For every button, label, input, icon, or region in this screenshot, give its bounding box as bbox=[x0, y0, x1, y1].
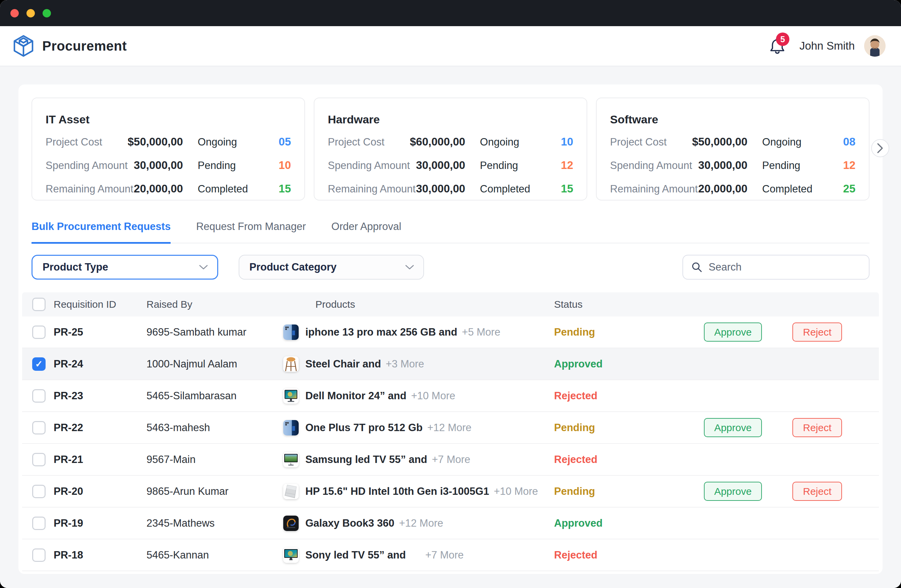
status-count-label: Completed bbox=[480, 183, 530, 195]
table-row[interactable]: PR-25 9695-Sambath kumar iphone 13 pro m… bbox=[22, 317, 879, 348]
status-count-value: 15 bbox=[279, 182, 291, 195]
metric-label: Project Cost bbox=[328, 136, 385, 148]
close-window-button[interactable] bbox=[10, 9, 19, 17]
tab-order-approval[interactable]: Order Approval bbox=[332, 221, 402, 244]
more-products-link[interactable]: +7 More bbox=[426, 549, 464, 561]
table-row[interactable]: PR-19 2345-Mathews Galaxy Book3 360 +12 … bbox=[22, 508, 879, 540]
card-title: Hardware bbox=[328, 113, 573, 126]
chevron-down-icon bbox=[198, 264, 209, 270]
status-badge: Approved bbox=[554, 358, 704, 370]
card-metric-row: Spending Amount30,000,00 bbox=[610, 159, 747, 172]
card-title: Software bbox=[610, 113, 856, 126]
status-badge: Rejected bbox=[554, 390, 704, 402]
row-checkbox[interactable] bbox=[32, 485, 45, 498]
metric-value: 20,000,00 bbox=[134, 182, 183, 195]
more-products-link[interactable]: +3 More bbox=[386, 358, 424, 370]
more-products-link[interactable]: +12 More bbox=[399, 517, 443, 529]
notifications-button[interactable]: 5 bbox=[768, 37, 786, 55]
products-cell: Steel Chair and +3 More bbox=[283, 356, 554, 372]
card-status-row: Ongoing05 bbox=[198, 136, 291, 148]
avatar[interactable] bbox=[864, 35, 885, 57]
requisition-id: PR-18 bbox=[54, 549, 147, 561]
approve-button[interactable]: Approve bbox=[704, 323, 762, 342]
cards-next-button[interactable] bbox=[871, 139, 889, 157]
status-count-label: Ongoing bbox=[198, 136, 237, 148]
summary-cards: IT Asset Project Cost$50,000,00Spending … bbox=[19, 84, 882, 200]
row-checkbox[interactable] bbox=[32, 516, 45, 530]
row-checkbox[interactable] bbox=[32, 326, 45, 339]
status-badge: Rejected bbox=[554, 454, 704, 466]
card-status-row: Completed15 bbox=[198, 182, 291, 195]
user-name: John Smith bbox=[800, 39, 855, 52]
stool-icon bbox=[283, 356, 299, 372]
reject-button[interactable]: Reject bbox=[792, 482, 842, 501]
status-badge: Pending bbox=[554, 485, 704, 498]
approve-button[interactable]: Approve bbox=[704, 418, 762, 437]
status-count-value: 25 bbox=[843, 182, 856, 195]
table-row[interactable]: PR-24 1000-Najmul Aalam Steel Chair and … bbox=[22, 348, 879, 380]
card-metric-row: Project Cost$50,000,00 bbox=[610, 136, 747, 148]
status-count-value: 12 bbox=[561, 159, 573, 172]
laptop-silver-icon bbox=[283, 484, 299, 499]
metric-label: Project Cost bbox=[45, 136, 102, 148]
more-products-link[interactable]: +10 More bbox=[494, 485, 538, 498]
status-count-label: Completed bbox=[762, 183, 812, 195]
metric-value: 30,000,00 bbox=[134, 159, 183, 172]
procurement-logo-icon bbox=[13, 35, 34, 57]
minimize-window-button[interactable] bbox=[26, 9, 35, 17]
card-status-row: Completed15 bbox=[480, 182, 573, 195]
product-category-select[interactable]: Product Category bbox=[238, 255, 424, 279]
main-panel: IT Asset Project Cost$50,000,00Spending … bbox=[19, 84, 882, 574]
tab-request-from-manager[interactable]: Request From Manager bbox=[196, 221, 306, 244]
more-products-link[interactable]: +10 More bbox=[411, 390, 455, 402]
products-cell: Sony led TV 55” and +7 More bbox=[283, 547, 554, 563]
tv-green-icon bbox=[283, 452, 299, 467]
more-products-link[interactable]: +7 More bbox=[432, 454, 470, 466]
product-name: Steel Chair and bbox=[306, 358, 381, 370]
col-header-status: Status bbox=[554, 299, 704, 310]
metric-label: Remaining Amount bbox=[328, 183, 416, 195]
approve-button[interactable]: Approve bbox=[704, 482, 762, 501]
tv-teal-icon bbox=[283, 547, 299, 563]
raised-by: 5465-Silambarasan bbox=[147, 390, 283, 402]
card-metric-row: Spending Amount30,000,00 bbox=[328, 159, 465, 172]
products-cell: One Plus 7T pro 512 Gb +12 More bbox=[283, 420, 554, 435]
row-checkbox[interactable] bbox=[32, 549, 45, 562]
header-right: 5 John Smith bbox=[768, 35, 885, 57]
status-count-label: Pending bbox=[762, 159, 800, 172]
table-row[interactable]: PR-23 5465-Silambarasan Dell Monitor 24”… bbox=[22, 380, 879, 412]
metric-label: Spending Amount bbox=[610, 159, 692, 172]
summary-card: Software Project Cost$50,000,00Spending … bbox=[596, 98, 870, 200]
requisition-id: PR-25 bbox=[54, 326, 147, 338]
chevron-down-icon bbox=[405, 264, 415, 270]
table-row[interactable]: PR-22 5463-mahesh One Plus 7T pro 512 Gb… bbox=[22, 412, 879, 444]
select-all-checkbox[interactable] bbox=[32, 298, 45, 311]
more-products-link[interactable]: +5 More bbox=[462, 326, 500, 338]
row-checkbox[interactable] bbox=[32, 389, 45, 402]
more-products-link[interactable]: +12 More bbox=[427, 422, 472, 434]
row-checkbox[interactable] bbox=[32, 357, 45, 371]
search-input[interactable] bbox=[709, 261, 856, 273]
row-checkbox[interactable] bbox=[32, 453, 45, 466]
reject-button[interactable]: Reject bbox=[792, 418, 842, 437]
product-type-select[interactable]: Product Type bbox=[31, 255, 218, 279]
status-badge: Approved bbox=[554, 517, 704, 529]
summary-card: IT Asset Project Cost$50,000,00Spending … bbox=[31, 98, 305, 200]
maximize-window-button[interactable] bbox=[42, 9, 51, 17]
table-row[interactable]: PR-20 9865-Arun Kumar HP 15.6" HD Intel … bbox=[22, 476, 879, 508]
status-count-label: Pending bbox=[198, 159, 236, 172]
metric-value: 30,000,00 bbox=[416, 159, 465, 172]
reject-button[interactable]: Reject bbox=[792, 323, 842, 342]
table-row[interactable]: PR-18 5465-Kannan Sony led TV 55” and +7… bbox=[22, 540, 879, 571]
metric-value: 20,000,00 bbox=[698, 182, 747, 195]
app-header: Procurement 5 John Smith bbox=[0, 26, 901, 66]
status-count-value: 05 bbox=[279, 136, 291, 148]
table-row[interactable]: PR-21 9567-Main Samsung led TV 55” and +… bbox=[22, 444, 879, 476]
status-count-value: 12 bbox=[843, 159, 856, 172]
card-finance-metrics: Project Cost$50,000,00Spending Amount30,… bbox=[610, 136, 747, 206]
status-count-label: Ongoing bbox=[762, 136, 801, 148]
tab-bulk-procurement-requests[interactable]: Bulk Procurement Requests bbox=[31, 221, 171, 244]
metric-label: Remaining Amount bbox=[45, 183, 133, 195]
row-checkbox[interactable] bbox=[32, 421, 45, 434]
card-metric-row: Remaining Amount20,000,00 bbox=[45, 182, 183, 195]
